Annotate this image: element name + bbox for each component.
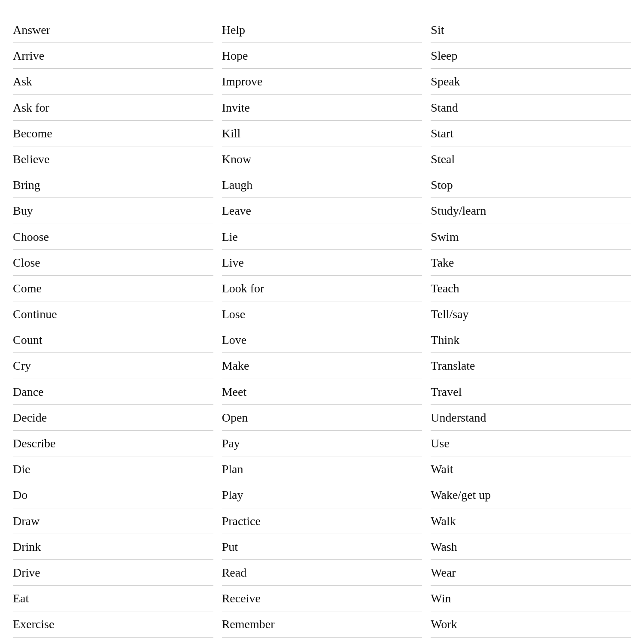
list-item: Swim <box>431 224 631 250</box>
list-item: Look for <box>222 276 422 301</box>
list-item: Understand <box>431 405 631 431</box>
list-item: Know <box>222 146 422 172</box>
list-item: Explain <box>13 638 213 644</box>
list-item: Plan <box>222 456 422 482</box>
list-item: Hope <box>222 43 422 69</box>
list-item: Invite <box>222 95 422 121</box>
list-item: Decide <box>13 405 213 431</box>
list-item: Start <box>431 121 631 146</box>
column-2: HelpHopeImproveInviteKillKnowLaughLeaveL… <box>222 17 422 644</box>
list-item: Drink <box>13 534 213 560</box>
list-item: Bring <box>13 172 213 198</box>
list-item: Laugh <box>222 172 422 198</box>
list-item: Improve <box>222 69 422 94</box>
list-item: Become <box>13 121 213 146</box>
list-item: Eat <box>13 586 213 611</box>
list-item: Sit <box>431 17 631 43</box>
list-item: Love <box>222 327 422 353</box>
list-item: Teach <box>431 276 631 301</box>
list-item: Meet <box>222 379 422 405</box>
list-item: Continue <box>13 301 213 327</box>
list-item: Believe <box>13 146 213 172</box>
list-item: Travel <box>431 379 631 405</box>
list-item: Do <box>13 482 213 508</box>
list-item: Use <box>431 431 631 456</box>
list-item: Buy <box>13 198 213 224</box>
list-item: Count <box>13 327 213 353</box>
list-item: Kill <box>222 121 422 146</box>
list-item: Draw <box>13 508 213 534</box>
list-item: Receive <box>222 586 422 611</box>
list-item: Take <box>431 250 631 276</box>
column-3: SitSleepSpeakStandStartStealStopStudy/le… <box>431 17 631 644</box>
list-item: Read <box>222 560 422 586</box>
list-item: Steal <box>431 146 631 172</box>
list-item: Ask <box>13 69 213 94</box>
list-item: Wait <box>431 456 631 482</box>
list-item: Die <box>13 456 213 482</box>
list-item: Study/learn <box>431 198 631 224</box>
word-grid: AnswerArriveAskAsk forBecomeBelieveBring… <box>13 17 631 644</box>
list-item: Live <box>222 250 422 276</box>
list-item: Describe <box>13 431 213 456</box>
list-item: Speak <box>431 69 631 94</box>
list-item: Answer <box>13 17 213 43</box>
list-item: Make <box>222 353 422 379</box>
list-item: Ask for <box>13 95 213 121</box>
list-item: Put <box>222 534 422 560</box>
list-item: Remember <box>222 611 422 637</box>
list-item: Lose <box>222 301 422 327</box>
list-item: Leave <box>222 198 422 224</box>
list-item: Drive <box>13 560 213 586</box>
list-item: Write <box>431 638 631 644</box>
list-item: Tell/say <box>431 301 631 327</box>
list-item: Lie <box>222 224 422 250</box>
list-item: Dance <box>13 379 213 405</box>
list-item: Arrive <box>13 43 213 69</box>
list-item: Choose <box>13 224 213 250</box>
list-item: Wear <box>431 560 631 586</box>
list-item: Win <box>431 586 631 611</box>
list-item: Play <box>222 482 422 508</box>
list-item: Wake/get up <box>431 482 631 508</box>
list-item: Stop <box>431 172 631 198</box>
list-item: Close <box>13 250 213 276</box>
list-item: Walk <box>431 508 631 534</box>
column-1: AnswerArriveAskAsk forBecomeBelieveBring… <box>13 17 213 644</box>
list-item: Cry <box>13 353 213 379</box>
list-item: Wash <box>431 534 631 560</box>
list-item: Work <box>431 611 631 637</box>
list-item: Open <box>222 405 422 431</box>
list-item: Help <box>222 17 422 43</box>
list-item: Return <box>222 638 422 644</box>
list-item: Translate <box>431 353 631 379</box>
list-item: Sleep <box>431 43 631 69</box>
list-item: Pay <box>222 431 422 456</box>
list-item: Practice <box>222 508 422 534</box>
list-item: Come <box>13 276 213 301</box>
list-item: Stand <box>431 95 631 121</box>
list-item: Exercise <box>13 611 213 637</box>
list-item: Think <box>431 327 631 353</box>
